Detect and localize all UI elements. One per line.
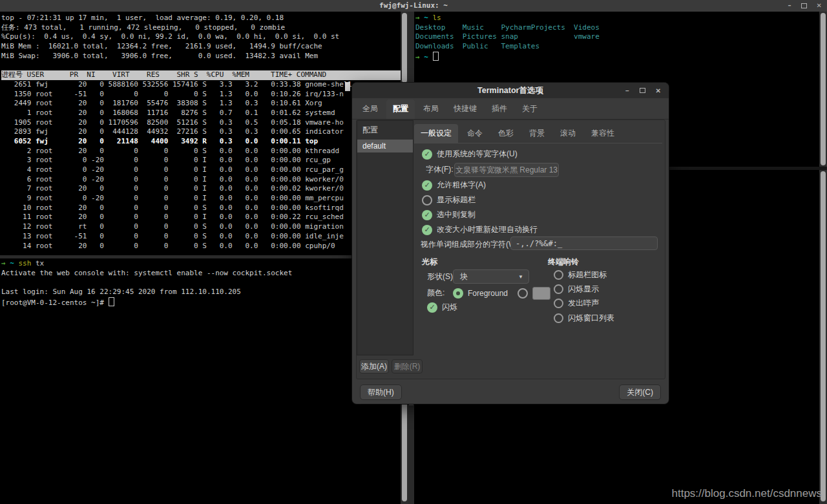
help-button[interactable]: 帮助(H) <box>360 384 402 400</box>
process-table-header: 进程号 USER PR NI VIRT RES SHR S %CPU %MEM … <box>1 70 401 80</box>
checkbox-checked-icon[interactable]: ✓ <box>422 225 432 235</box>
restore-icon[interactable] <box>801 3 807 8</box>
close-icon[interactable]: ✕ <box>656 87 661 94</box>
process-row: 4 root 0 -20 0 0 0 I 0.0 0.0 0:00.00 rcu… <box>1 165 402 175</box>
scrollbar-thumb[interactable] <box>402 13 407 83</box>
process-row: 7 root 20 0 0 0 0 I 0.0 0.0 0:00.02 kwor… <box>1 184 402 194</box>
tab-plugins[interactable]: 插件 <box>485 100 514 119</box>
word-chars-input[interactable] <box>510 236 658 250</box>
command-text: ls <box>433 14 441 22</box>
profile-item-default[interactable]: default <box>357 140 413 152</box>
preferences-dialog: Terminator首选项 – ✕ 全局 配置 布局 快捷键 插件 关于 配置 … <box>352 83 669 404</box>
close-icon[interactable]: ✕ <box>817 0 822 12</box>
checkbox-checked-icon[interactable]: ✓ <box>427 302 437 313</box>
close-button[interactable]: 关闭(C) <box>619 384 661 400</box>
cursor-blink-row: ✓ 闪烁 <box>427 302 457 313</box>
command-text: ssh <box>19 259 32 268</box>
profile-subtabbar: 一般设定 命令 色彩 背景 滚动 兼容性 <box>414 125 662 143</box>
cursor-shape-dropdown[interactable]: 块 ▼ <box>453 269 529 284</box>
maximize-icon[interactable] <box>640 88 645 93</box>
process-row: 14 root 20 0 0 0 0 S 0.0 0.0 0:00.00 cpu… <box>1 242 402 251</box>
add-profile-button[interactable]: 添加(A) <box>359 359 389 373</box>
bell-option-row: 标题栏图标 <box>554 269 607 280</box>
minimize-icon[interactable]: – <box>625 87 629 94</box>
word-chars-label: 视作单词组成部分的字符(W): <box>421 239 521 250</box>
process-row: 3 root 0 -20 0 0 0 I 0.0 0.0 0:00.00 rcu… <box>1 156 402 165</box>
checkbox-unchecked-icon[interactable] <box>554 284 563 294</box>
scrollbar-bottom-right[interactable] <box>819 170 827 504</box>
checkbox-unchecked-icon[interactable] <box>422 195 432 205</box>
terminal-cursor <box>433 52 439 61</box>
prompt-path: ~ <box>10 259 14 268</box>
process-row: 11 root 20 0 0 0 0 I 0.0 0.0 0:00.22 rcu… <box>1 213 402 222</box>
terminal-pane-ssh[interactable]: → ~ ssh tx Activate the web console with… <box>0 258 402 504</box>
scrollbar-thumb[interactable] <box>821 13 826 165</box>
checkbox-unchecked-icon[interactable] <box>554 270 563 280</box>
process-row: 2651 fwj 20 0 5888160 532556 157416 S 3.… <box>1 80 402 90</box>
rewrap-checkbox-row: ✓ 改变大小时重新处理自动换行 <box>422 224 538 235</box>
subtab-scrolling[interactable]: 滚动 <box>554 124 582 143</box>
subtab-colors[interactable]: 色彩 <box>492 124 520 143</box>
radio-selected-icon[interactable] <box>453 288 463 299</box>
bell-section-header: 终端响铃 <box>548 257 579 268</box>
top-summary-line: top - 07:21:31 up 17 min, 1 user, load a… <box>1 14 402 23</box>
scrollbar-top-right[interactable] <box>819 12 827 167</box>
bell-window-list-flash-label: 闪烁窗口列表 <box>568 313 614 324</box>
prompt-arrow-icon: → <box>415 53 420 61</box>
cursor-section-header: 光标 <box>422 257 437 268</box>
prompt-path: ~ <box>424 53 428 61</box>
tab-keybindings[interactable]: 快捷键 <box>447 100 483 119</box>
prompt-arrow-icon: → <box>1 259 6 268</box>
checkbox-checked-icon[interactable]: ✓ <box>422 210 432 220</box>
checkbox-unchecked-icon[interactable] <box>554 313 563 323</box>
checkbox-checked-icon[interactable]: ✓ <box>422 180 432 191</box>
shell-prompt-line: → ~ <box>415 52 821 61</box>
checkbox-unchecked-icon[interactable] <box>554 299 563 308</box>
subtab-general[interactable]: 一般设定 <box>414 124 458 143</box>
copy-on-select-label: 选中则复制 <box>437 209 476 220</box>
tab-about[interactable]: 关于 <box>516 100 544 119</box>
terminal-cursor <box>109 297 114 306</box>
top-summary-line: MiB Swap: 3906.0 total, 3906.0 free, 0.0… <box>1 52 402 61</box>
process-row-highlighted: 6052 fwj 20 0 21148 4400 3492 R 0.3 0.0 … <box>1 137 402 147</box>
minimize-icon[interactable]: – <box>788 0 791 12</box>
horizontal-splitter-left[interactable] <box>0 255 408 258</box>
bold-label: 允许粗体字(A) <box>437 180 486 191</box>
tab-layouts[interactable]: 布局 <box>417 100 445 119</box>
remove-profile-button[interactable]: 删除(R) <box>392 359 423 373</box>
tab-profiles[interactable]: 配置 <box>386 100 415 119</box>
subtab-command[interactable]: 命令 <box>461 124 489 143</box>
bell-option-row: 发出哔声 <box>554 298 599 309</box>
process-row: 6 root 0 -20 0 0 0 I 0.0 0.0 0:00.00 kwo… <box>1 175 402 185</box>
process-row: 1905 root 20 0 1170596 82500 51216 S 0.3… <box>1 118 402 128</box>
subtab-background[interactable]: 背景 <box>523 124 551 143</box>
prompt-path: ~ <box>424 14 428 22</box>
subtab-compatibility[interactable]: 兼容性 <box>585 124 621 143</box>
process-row: 2893 fwj 20 0 444128 44932 27216 S 0.3 0… <box>1 127 402 137</box>
top-summary-line: %Cpu(s): 0.4 us, 0.4 sy, 0.0 ni, 99.2 id… <box>1 32 402 42</box>
dialog-tabbar: 全局 配置 布局 快捷键 插件 关于 <box>352 101 669 120</box>
font-label: 字体(F): <box>426 164 454 175</box>
watermark-text: https://blog.csdn.net/csdnnews <box>672 487 822 500</box>
terminal-cursor-block <box>345 82 350 91</box>
font-picker-button[interactable]: 文泉驿等宽微米黑 Regular 13 <box>454 163 559 177</box>
prompt-arrow-icon: → <box>415 14 420 22</box>
remote-prompt-text: [root@VM-0-12-centos ~]# <box>1 299 109 307</box>
scrollbar-thumb[interactable] <box>821 171 826 501</box>
tab-global[interactable]: 全局 <box>356 100 384 119</box>
checkbox-checked-icon[interactable]: ✓ <box>422 149 432 160</box>
terminal-pane-top-output[interactable]: top - 07:21:31 up 17 min, 1 user, load a… <box>0 12 402 257</box>
top-summary-line: MiB Mem : 16021.0 total, 12364.2 free, 2… <box>1 42 402 52</box>
bell-titlebar-icon-label: 标题栏图标 <box>568 269 607 280</box>
cursor-color-label: 颜色: <box>427 288 445 299</box>
titlebar-checkbox-row: 显示标题栏 <box>422 194 476 205</box>
radio-unselected-icon[interactable] <box>518 288 528 299</box>
bell-option-row: 闪烁显示 <box>554 284 599 295</box>
bell-visual-flash-label: 闪烁显示 <box>568 284 599 295</box>
cursor-color-swatch[interactable] <box>532 287 550 300</box>
blank-line <box>1 278 402 288</box>
process-row: 1350 root -51 0 0 0 0 S 1.3 0.0 0:10.26 … <box>1 90 402 100</box>
directory-listing-line: Downloads Public Templates <box>415 42 821 52</box>
copy-on-select-row: ✓ 选中则复制 <box>422 209 476 220</box>
process-row: 1 root 20 0 168068 11716 8276 S 0.7 0.1 … <box>1 109 402 118</box>
